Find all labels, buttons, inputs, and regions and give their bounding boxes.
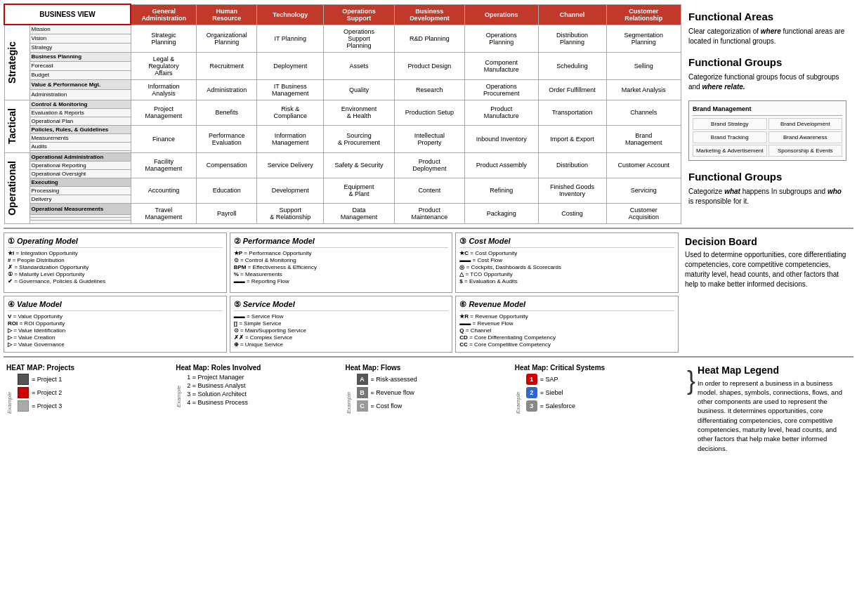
model-2-i1: ★P = Performance Opportunity [234,250,449,256]
cell-benefits: Benefits [197,100,257,125]
decision-board-section: Decision Board Used to determine opportu… [681,232,853,293]
system-3: 3 = Salesforce [526,400,575,412]
functional-groups-2-text: Categorize what happens In subgroups and… [688,187,846,207]
flow-b-icon: B [357,387,368,398]
subtier-budget: Budget [30,70,131,79]
cell-education: Education [197,178,257,203]
brace-icon: } [687,368,695,393]
model-3-i2: ▬▬ = Cost Flow [459,257,674,263]
example-label-2: Example [176,374,182,407]
example-label-1: Example [6,374,13,414]
cell-import-export: Import & Export [538,125,606,152]
cell-payroll: Payroll [197,203,257,223]
col-header-biz-dev: BusinessDevelopment [394,4,464,25]
right-panel: Functional Areas Clear categorization of… [681,4,853,224]
subtier-strategy: Strategy [30,43,131,52]
model-1-i1: ★I = Integration Opportunity [8,250,223,256]
flow-c: C = Cost flow [357,400,417,412]
system-3-label: = Salesforce [540,402,575,409]
proj1-label: = Project 1 [32,376,62,383]
cell-compensation: Compensation [197,152,257,178]
flow-a-label: = Risk-assessed [371,376,417,383]
proj1-icon [18,374,29,385]
col-header-cr: CustomerRelationship [606,4,681,25]
col-header-ga: GeneralAdministration [131,4,197,25]
cell-info-analysis: InformationAnalysis [131,79,197,100]
subtier-processing: Processing [30,186,131,195]
brand-management-box: Brand Management Brand Strategy Brand De… [688,100,846,161]
cell-rd-planning: R&D Planning [394,25,464,52]
brand-cell-1: Brand Strategy [693,118,767,130]
col-header-ops: Operations [465,4,538,25]
role-3: 3 = Solution Architect [187,391,248,398]
model-1-title: ① Operating Model [8,237,223,248]
tier-tactical-label: Tactical [4,100,30,152]
heatmap-flows-title: Heat Map: Flows [346,364,509,372]
model-3-title: ③ Cost Model [459,237,674,248]
col-header-ops-support: OperationsSupport [324,4,394,25]
heatmap-roles-content: Example 1 = Project Manager 2 = Business… [176,374,339,407]
subtier-ops-reporting: Operational Reporting [30,161,131,169]
cell-selling: Selling [606,52,681,79]
heatmap-flows-items: A = Risk-assessed B = Revenue flow C = C… [357,374,417,414]
model-6-i2: ▬▬ = Revenue Flow [459,320,674,327]
cell-deployment: Deployment [257,52,324,79]
model-4-i1: V = Value Opportunity [8,313,223,320]
brand-cell-4: Brand Awareness [768,131,843,143]
cell-scheduling: Scheduling [538,52,606,79]
cell-sourcing: Sourcing& Procurement [324,125,394,152]
flow-a: A = Risk-assessed [357,374,417,385]
cell-facility-mgmt: FacilityManagement [131,152,197,178]
cell-content: Content [394,178,464,203]
subtier-delivery: Delivery [30,195,131,203]
cell-prod-assembly: Product Assembly [465,152,538,178]
cell-assets: Assets [324,52,394,79]
functional-areas-text: Clear categorization of where functional… [688,27,846,46]
heatmap-proj-1: = Project 1 [18,374,62,385]
proj2-label: = Project 2 [32,389,62,396]
subtier-forecast: Forecast [30,61,131,70]
model-4-i4: ▷ = Value Creation [8,334,223,341]
subtier-policies: Policies, Rules, & Guidelines [30,125,131,133]
flow-c-label: = Cost flow [371,402,403,409]
cell-dist-planning: DistributionPlanning [538,25,606,52]
cell-inbound-inv: Inbound Inventory [465,125,538,152]
cell-recruitment: Recruitment [197,52,257,79]
cell-packaging: Packaging [465,203,538,223]
model-1-i2: # = People Distribution [8,257,223,263]
brand-cell-6: Sponsorship & Events [768,145,843,157]
model-6: ⑥ Revenue Model ★R = Revenue Opportunity… [455,296,679,353]
model-2-title: ② Performance Model [234,237,449,248]
subtier-administration: Administration [30,90,131,100]
heatmap-projects: HEAT MAP: Projects Example = Project 1 =… [4,361,173,457]
model-6-i5: CC = Core Competitive Competency [459,341,674,348]
heatmap-projects-items: = Project 1 = Project 2 = Project 3 [18,374,62,414]
cell-travel-mgmt: TravelManagement [131,203,197,223]
system-1-icon: 1 [526,374,537,385]
model-1-i5: ✔ = Governance, Policies & Guidelines [8,278,223,284]
tier-strategic-label: Strategic [4,25,30,100]
model-5-i5: ⊕ = Unique Service [234,341,449,348]
flow-a-icon: A [357,374,368,385]
decision-board-title: Decision Board [685,236,850,247]
subtier-ops-measurements: Operational Measurements [30,203,131,215]
cell-info-mgmt: InformationManagement [257,125,324,152]
subtier-ops-admin: Operational Administration [30,152,131,161]
proj2-icon [18,387,29,398]
heatmap-projects-content: Example = Project 1 = Project 2 = Projec… [6,374,170,414]
cell-legal: Legal &RegulatoryAffairs [131,52,197,79]
model-5-i4: ✗✗ = Complex Service [234,334,449,341]
model-4-i5: ▷ = Value Governance [8,341,223,348]
model-1-i3: ✗ = Standardization Opportunity [8,264,223,270]
cell-accounting: Accounting [131,178,197,203]
cell-customer-acq: CustomerAcquisition [606,203,681,223]
cell-costing: Costing [538,203,606,223]
model-6-i1: ★R = Revenue Opportunity [459,313,674,320]
subtier-eval-reports: Evaluation & Reports [30,108,131,117]
functional-areas-title: Functional Areas [688,9,846,24]
cell-perf-eval: PerformanceEvaluation [197,125,257,152]
subtier-ops-plan: Operational Plan [30,117,131,125]
model-4-title: ④ Value Model [8,300,223,311]
subtier-biz-planning: Business Planning [30,52,131,61]
system-1: 1 = SAP [526,374,575,385]
